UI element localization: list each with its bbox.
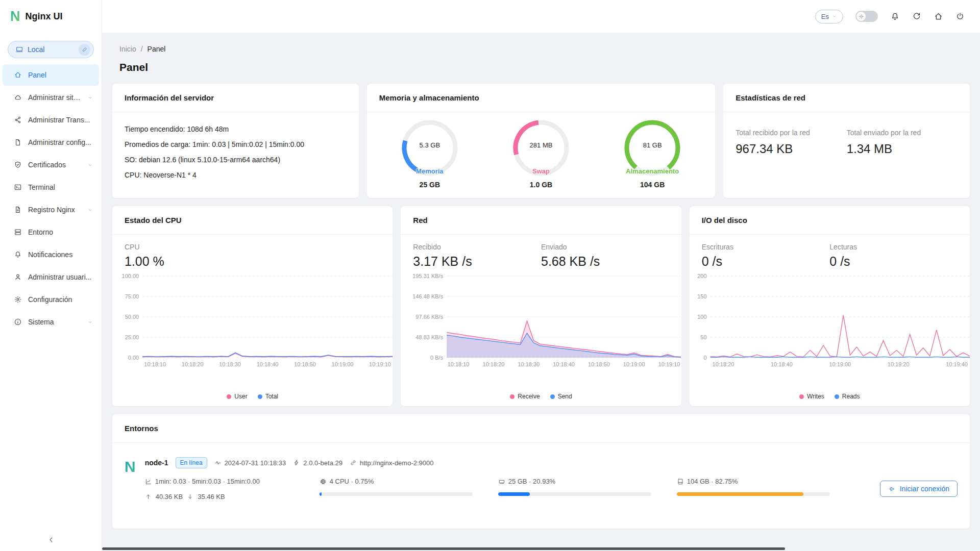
chevron-down-icon	[832, 14, 837, 19]
sidebar-item-sistema[interactable]: Sistema	[3, 311, 99, 333]
svg-text:50: 50	[700, 334, 706, 340]
node-url[interactable]: http://nginx-demo-2:9000	[350, 459, 434, 467]
home-icon[interactable]	[934, 12, 943, 21]
svg-text:10:19:40: 10:19:40	[946, 361, 968, 367]
node-selector[interactable]: Local	[8, 41, 94, 58]
legend-dot	[799, 394, 804, 399]
user-icon	[14, 273, 22, 281]
node-disk-progressbar	[677, 492, 830, 496]
chevron-down-icon	[832, 14, 837, 19]
sidebar-item-label: Registro Nginx	[28, 206, 75, 214]
breadcrumb-home[interactable]: Inicio	[119, 45, 136, 53]
sidebar-item-label: Certificados	[28, 161, 66, 169]
chevron-down-icon	[87, 207, 93, 213]
legend-receive[interactable]: Receive	[510, 393, 540, 400]
notifications-bell-icon[interactable]	[890, 12, 900, 21]
breadcrumb: Inicio / Panel	[119, 45, 970, 53]
sidebar-item-panel[interactable]: Panel	[3, 64, 99, 86]
legend-writes[interactable]: Writes	[799, 393, 824, 400]
chevron-left-icon	[47, 536, 55, 544]
stat-enviado: Enviado5.68 KB /s	[541, 243, 669, 269]
sidebar-item-label: Administrar config...	[28, 138, 91, 146]
power-icon[interactable]	[955, 12, 965, 21]
refresh-icon[interactable]	[912, 12, 921, 21]
certificate-icon	[14, 161, 22, 169]
sidebar-item-certificados[interactable]: Certificados	[3, 154, 99, 176]
page-content: Inicio / Panel Panel Información del ser…	[102, 33, 980, 551]
horizontal-scrollbar-thumb[interactable]	[102, 547, 785, 550]
legend-reads[interactable]: Reads	[835, 393, 860, 400]
app-logo[interactable]: N Nginx UI	[0, 0, 102, 33]
stat-value: 0 /s	[702, 254, 830, 269]
node-cpu-metric: 4 CPU · 0.75%	[320, 478, 473, 496]
sidebar-item-label: Administrar usuari...	[28, 273, 91, 281]
bell-icon	[14, 251, 22, 259]
edit-node-button[interactable]	[79, 44, 90, 56]
sidebar-item-notificaciones[interactable]: Notificaciones	[3, 244, 99, 265]
legend-total[interactable]: Total	[258, 393, 278, 400]
svg-text:10:18:10: 10:18:10	[448, 361, 470, 367]
connect-button[interactable]: Iniciar conexión	[880, 481, 958, 497]
node-selector-label: Local	[28, 45, 44, 54]
network-chart-legend: ReceiveSend	[401, 392, 681, 406]
svg-text:75.00: 75.00	[125, 293, 139, 299]
sidebar-item-terminal[interactable]: Terminal	[3, 177, 99, 198]
node-last-seen: 2024-07-31 10:18:33	[214, 459, 286, 467]
svg-text:50.00: 50.00	[125, 314, 139, 320]
legend-send[interactable]: Send	[550, 393, 572, 400]
legend-dot	[510, 394, 514, 399]
theme-toggle[interactable]	[855, 11, 878, 22]
cpu-chart-svg: 0.0025.0050.0075.00100.0010:18:1010:18:2…	[117, 272, 398, 370]
sidebar-item-administrar-usuari[interactable]: Administrar usuari...	[3, 266, 99, 288]
arrow-down-icon	[187, 493, 193, 500]
sidebar-nav: PanelAdministrar sitiosAdministrar Trans…	[0, 64, 102, 333]
language-select-value: Es	[821, 13, 829, 20]
cpu-chart-legend: UserTotal	[112, 392, 393, 406]
pulse-icon	[214, 459, 222, 466]
server-info-line: Tiempo encendido: 108d 6h 48m	[125, 121, 347, 137]
sidebar-item-label: Administrar Trans...	[28, 116, 90, 124]
sidebar-item-administrar-sitios[interactable]: Administrar sitios	[3, 87, 99, 108]
svg-text:0.00: 0.00	[128, 355, 139, 361]
svg-text:10:18:30: 10:18:30	[219, 361, 241, 367]
sidebar-item-registro-nginx[interactable]: Registro Nginx	[3, 199, 99, 220]
stat-lecturas: Lecturas0 /s	[829, 243, 958, 269]
disk-io-chart: 05010015020010:18:2010:18:4010:19:0010:1…	[690, 269, 970, 392]
svg-text:195.31 KB/s: 195.31 KB/s	[413, 273, 444, 279]
sidebar-item-label: Panel	[28, 71, 46, 79]
svg-text:10:19:00: 10:19:00	[829, 361, 851, 367]
sidebar-item-administrar-config[interactable]: Administrar config...	[3, 132, 99, 153]
app-title: Nginx UI	[26, 11, 63, 22]
svg-text:10:18:50: 10:18:50	[588, 361, 610, 367]
language-select[interactable]: Es	[815, 10, 843, 23]
node-disk-label: 104 GB · 82.75%	[677, 478, 738, 485]
svg-text:200: 200	[697, 273, 706, 279]
cpu-status-card: Estado del CPU CPU1.00 % 0.0025.0050.007…	[112, 206, 393, 406]
home-icon	[14, 71, 22, 79]
file-icon	[14, 138, 22, 146]
chevron-left-icon	[47, 536, 55, 544]
node-load-averages: 1min: 0.03 · 5min:0.03 · 15min:0.00	[145, 478, 260, 485]
svg-text:10:18:40: 10:18:40	[771, 361, 793, 367]
sun-icon	[859, 14, 864, 19]
sidebar-item-label: Notificaciones	[28, 251, 72, 259]
svg-text:10:19:00: 10:19:00	[332, 361, 354, 367]
legend-user[interactable]: User	[227, 393, 247, 400]
cpu-stats: CPU1.00 %	[112, 235, 393, 269]
laptop-icon	[15, 45, 23, 54]
environments-row: Entornos Nnode-1En línea2024-07-31 10:18…	[112, 414, 970, 529]
node-cpu-label: 4 CPU · 0.75%	[320, 478, 374, 485]
sidebar-item-configuracion[interactable]: Configuración	[3, 289, 99, 310]
svg-text:10:18:50: 10:18:50	[294, 361, 316, 367]
sidebar-item-entorno[interactable]: Entorno	[3, 221, 99, 243]
gauge-label: Swap	[511, 167, 571, 175]
chevron-down-icon	[87, 162, 93, 168]
sidebar-collapse-button[interactable]	[0, 536, 102, 544]
svg-text:10:19:20: 10:19:20	[887, 361, 909, 367]
charts-row: Estado del CPU CPU1.00 % 0.0025.0050.007…	[112, 206, 970, 406]
svg-text:100: 100	[697, 314, 706, 320]
lightning-icon	[293, 459, 300, 466]
disk-chart-svg: 05010015020010:18:2010:18:4010:19:0010:1…	[695, 272, 975, 370]
sidebar-item-administrar-trans[interactable]: Administrar Trans...	[3, 109, 99, 131]
network-stats: Recibido3.17 KB /sEnviado5.68 KB /s	[401, 235, 681, 269]
